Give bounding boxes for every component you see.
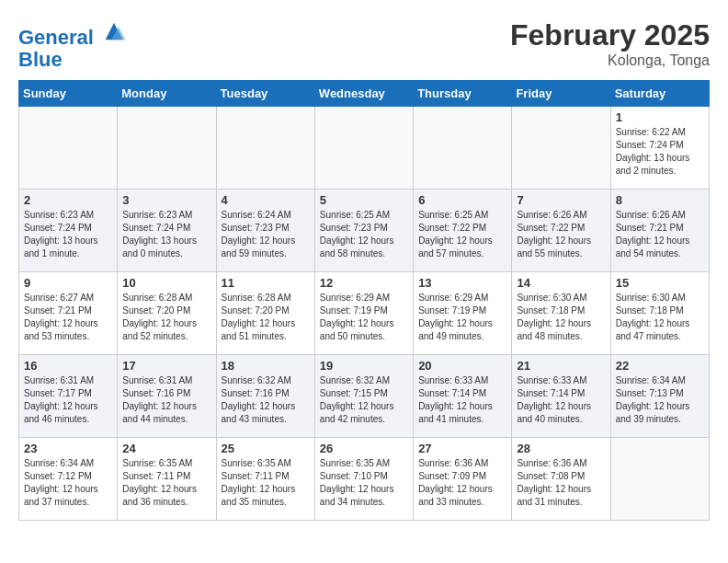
day-info: Sunrise: 6:26 AM Sunset: 7:21 PM Dayligh… — [616, 209, 704, 260]
calendar-week-row: 2Sunrise: 6:23 AM Sunset: 7:24 PM Daylig… — [19, 190, 710, 272]
day-number: 21 — [517, 359, 605, 373]
calendar-day-cell: 10Sunrise: 6:28 AM Sunset: 7:20 PM Dayli… — [118, 272, 216, 355]
day-info: Sunrise: 6:31 AM Sunset: 7:17 PM Dayligh… — [24, 374, 112, 426]
calendar-day-cell: 25Sunrise: 6:35 AM Sunset: 7:11 PM Dayli… — [216, 438, 314, 521]
day-number: 19 — [320, 359, 408, 373]
day-number: 8 — [616, 193, 704, 207]
day-info: Sunrise: 6:24 AM Sunset: 7:23 PM Dayligh… — [222, 209, 310, 260]
day-info: Sunrise: 6:28 AM Sunset: 7:20 PM Dayligh… — [222, 292, 310, 343]
day-info: Sunrise: 6:32 AM Sunset: 7:16 PM Dayligh… — [222, 374, 310, 426]
logo: General Blue — [18, 18, 127, 71]
day-info: Sunrise: 6:29 AM Sunset: 7:19 PM Dayligh… — [418, 292, 506, 343]
calendar-table: SundayMondayTuesdayWednesdayThursdayFrid… — [18, 80, 710, 521]
day-number: 22 — [616, 359, 704, 373]
day-info: Sunrise: 6:28 AM Sunset: 7:20 PM Dayligh… — [122, 292, 210, 343]
col-header-saturday: Saturday — [610, 81, 709, 107]
day-info: Sunrise: 6:35 AM Sunset: 7:11 PM Dayligh… — [122, 457, 210, 509]
day-number: 13 — [418, 276, 506, 290]
day-number: 2 — [24, 193, 112, 207]
day-number: 25 — [222, 442, 310, 455]
logo-icon — [101, 18, 127, 44]
calendar-day-cell: 21Sunrise: 6:33 AM Sunset: 7:14 PM Dayli… — [512, 355, 610, 438]
day-number: 24 — [122, 442, 210, 455]
title-block: February 2025 Kolonga, Tonga — [510, 18, 710, 69]
calendar-week-row: 1Sunrise: 6:22 AM Sunset: 7:24 PM Daylig… — [19, 107, 710, 190]
calendar-day-cell: 12Sunrise: 6:29 AM Sunset: 7:19 PM Dayli… — [314, 272, 413, 355]
calendar-day-cell: 9Sunrise: 6:27 AM Sunset: 7:21 PM Daylig… — [19, 272, 118, 355]
day-number: 20 — [418, 359, 506, 373]
day-info: Sunrise: 6:35 AM Sunset: 7:10 PM Dayligh… — [320, 457, 408, 509]
day-info: Sunrise: 6:27 AM Sunset: 7:21 PM Dayligh… — [24, 292, 112, 343]
day-info: Sunrise: 6:29 AM Sunset: 7:19 PM Dayligh… — [320, 292, 408, 343]
day-number: 26 — [320, 442, 408, 455]
col-header-monday: Monday — [118, 81, 216, 107]
calendar-day-cell: 13Sunrise: 6:29 AM Sunset: 7:19 PM Dayli… — [414, 272, 512, 355]
calendar-day-cell: 6Sunrise: 6:25 AM Sunset: 7:22 PM Daylig… — [414, 190, 512, 272]
day-number: 4 — [222, 193, 310, 207]
day-number: 17 — [122, 359, 210, 373]
day-number: 3 — [122, 193, 210, 207]
calendar-day-cell: 19Sunrise: 6:32 AM Sunset: 7:15 PM Dayli… — [314, 355, 413, 438]
day-info: Sunrise: 6:33 AM Sunset: 7:14 PM Dayligh… — [418, 374, 506, 426]
day-number: 27 — [418, 442, 506, 455]
day-info: Sunrise: 6:31 AM Sunset: 7:16 PM Dayligh… — [122, 374, 210, 426]
day-number: 14 — [517, 276, 605, 290]
calendar-day-cell: 20Sunrise: 6:33 AM Sunset: 7:14 PM Dayli… — [414, 355, 512, 438]
col-header-sunday: Sunday — [19, 81, 118, 107]
day-number: 28 — [517, 442, 605, 455]
col-header-thursday: Thursday — [414, 81, 512, 107]
col-header-wednesday: Wednesday — [314, 81, 413, 107]
calendar-week-row: 16Sunrise: 6:31 AM Sunset: 7:17 PM Dayli… — [19, 355, 710, 438]
calendar-day-cell: 2Sunrise: 6:23 AM Sunset: 7:24 PM Daylig… — [19, 190, 118, 272]
calendar-day-cell — [610, 438, 709, 521]
calendar-day-cell: 3Sunrise: 6:23 AM Sunset: 7:24 PM Daylig… — [118, 190, 216, 272]
calendar-day-cell: 7Sunrise: 6:26 AM Sunset: 7:22 PM Daylig… — [512, 190, 610, 272]
calendar-day-cell: 18Sunrise: 6:32 AM Sunset: 7:16 PM Dayli… — [216, 355, 314, 438]
day-info: Sunrise: 6:32 AM Sunset: 7:15 PM Dayligh… — [320, 374, 408, 426]
calendar-day-cell: 24Sunrise: 6:35 AM Sunset: 7:11 PM Dayli… — [118, 438, 216, 521]
day-info: Sunrise: 6:22 AM Sunset: 7:24 PM Dayligh… — [616, 126, 704, 178]
day-info: Sunrise: 6:35 AM Sunset: 7:11 PM Dayligh… — [222, 457, 310, 509]
calendar-day-cell: 8Sunrise: 6:26 AM Sunset: 7:21 PM Daylig… — [610, 190, 709, 272]
day-number: 12 — [320, 276, 408, 290]
logo-blue: Blue — [18, 48, 63, 71]
day-number: 18 — [222, 359, 310, 373]
calendar-day-cell: 15Sunrise: 6:30 AM Sunset: 7:18 PM Dayli… — [610, 272, 709, 355]
calendar-week-row: 9Sunrise: 6:27 AM Sunset: 7:21 PM Daylig… — [19, 272, 710, 355]
calendar-day-cell — [118, 107, 216, 190]
day-number: 5 — [320, 193, 408, 207]
calendar-week-row: 23Sunrise: 6:34 AM Sunset: 7:12 PM Dayli… — [19, 438, 710, 521]
day-info: Sunrise: 6:33 AM Sunset: 7:14 PM Dayligh… — [517, 374, 605, 426]
day-number: 15 — [616, 276, 704, 290]
calendar-day-cell: 14Sunrise: 6:30 AM Sunset: 7:18 PM Dayli… — [512, 272, 610, 355]
month-title: February 2025 — [510, 18, 710, 52]
calendar-day-cell: 16Sunrise: 6:31 AM Sunset: 7:17 PM Dayli… — [19, 355, 118, 438]
col-header-tuesday: Tuesday — [216, 81, 314, 107]
day-number: 9 — [24, 276, 112, 290]
calendar-day-cell — [512, 107, 610, 190]
day-info: Sunrise: 6:23 AM Sunset: 7:24 PM Dayligh… — [24, 209, 112, 260]
calendar-day-cell — [414, 107, 512, 190]
col-header-friday: Friday — [512, 81, 610, 107]
calendar-day-cell: 4Sunrise: 6:24 AM Sunset: 7:23 PM Daylig… — [216, 190, 314, 272]
calendar-day-cell: 27Sunrise: 6:36 AM Sunset: 7:09 PM Dayli… — [414, 438, 512, 521]
day-info: Sunrise: 6:25 AM Sunset: 7:22 PM Dayligh… — [418, 209, 506, 260]
day-number: 23 — [24, 442, 112, 455]
day-number: 16 — [24, 359, 112, 373]
day-info: Sunrise: 6:34 AM Sunset: 7:13 PM Dayligh… — [616, 374, 704, 426]
day-info: Sunrise: 6:26 AM Sunset: 7:22 PM Dayligh… — [517, 209, 605, 260]
calendar-day-cell: 17Sunrise: 6:31 AM Sunset: 7:16 PM Dayli… — [118, 355, 216, 438]
calendar-day-cell — [314, 107, 413, 190]
day-number: 1 — [616, 110, 704, 124]
page-header: General Blue February 2025 Kolonga, Tong… — [18, 18, 710, 71]
calendar-day-cell: 28Sunrise: 6:36 AM Sunset: 7:08 PM Dayli… — [512, 438, 610, 521]
day-info: Sunrise: 6:30 AM Sunset: 7:18 PM Dayligh… — [517, 292, 605, 343]
day-number: 6 — [418, 193, 506, 207]
calendar-day-cell: 1Sunrise: 6:22 AM Sunset: 7:24 PM Daylig… — [610, 107, 709, 190]
calendar-day-cell — [216, 107, 314, 190]
location: Kolonga, Tonga — [510, 52, 710, 69]
calendar-day-cell: 26Sunrise: 6:35 AM Sunset: 7:10 PM Dayli… — [314, 438, 413, 521]
logo-general: General — [18, 26, 94, 49]
day-info: Sunrise: 6:23 AM Sunset: 7:24 PM Dayligh… — [122, 209, 210, 260]
calendar-day-cell: 23Sunrise: 6:34 AM Sunset: 7:12 PM Dayli… — [19, 438, 118, 521]
